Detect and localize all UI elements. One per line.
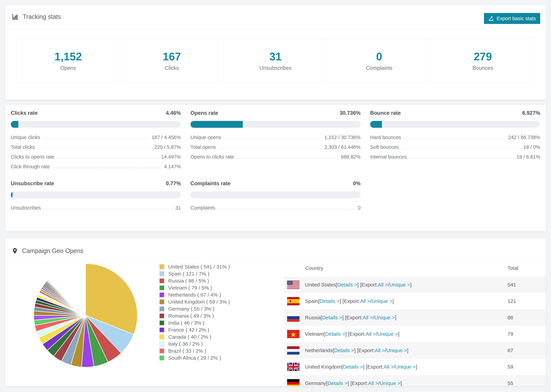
tracking-stats-card: Tracking stats Export basic stats 1,152O… [5, 5, 546, 100]
rate-stat-label: Unsubscribes [11, 205, 41, 211]
legend-item-romania[interactable]: Romania ( 49 / 3% ) [159, 312, 230, 319]
stat-label: Unsubscribes [259, 65, 292, 71]
country-flag-gb-icon [287, 363, 299, 371]
slash-text: / [378, 380, 380, 386]
legend-item-spain[interactable]: Spain ( 121 / 7% ) [159, 270, 230, 277]
export-all-link[interactable]: All > [378, 282, 388, 288]
legend-item-india[interactable]: India ( 46 / 3% ) [159, 319, 230, 326]
rate-stat-value: 242 / 86.738% [508, 135, 540, 140]
details-link[interactable]: Details > [327, 380, 348, 386]
export-all-link[interactable]: All > [375, 348, 385, 353]
bracket-text: ] [Export: [354, 348, 375, 353]
rate-stat-label: Total clicks [11, 144, 35, 150]
rate-stat-row: Hard bounces242 / 86.738% [370, 131, 540, 140]
bracket-text: ] [395, 315, 396, 321]
dotted-leader [218, 209, 355, 209]
legend-swatch [159, 299, 164, 304]
campaign-geo-opens-card: Campaign Geo Opens United States ( 541 /… [5, 238, 546, 386]
rate-title: Unsubscribe rate [11, 181, 54, 187]
geo-row-total: 59 [508, 359, 513, 375]
export-all-link[interactable]: All > [383, 364, 394, 370]
slash-text: / [370, 298, 372, 304]
export-all-link[interactable]: All > [366, 331, 376, 337]
legend-swatch [159, 341, 164, 347]
country-name: United Kingdom [305, 364, 341, 370]
bar-chart-icon [11, 13, 19, 21]
export-unique-link[interactable]: Unique > [377, 331, 398, 337]
legend-item-south-africa[interactable]: South Africa ( 29 / 2% ) [159, 354, 230, 361]
slash-text: / [373, 315, 374, 321]
dotted-leader [224, 139, 322, 139]
legend-label: Germany ( 55 / 3% ) [168, 306, 214, 312]
rate-stat-label: Clicks to opens rate [11, 154, 54, 160]
legend-item-russia[interactable]: Russia ( 86 / 5% ) [159, 277, 230, 284]
rate-stat-label: Unique clicks [11, 135, 40, 140]
geo-row-total: 67 [508, 342, 513, 359]
export-unique-link[interactable]: Unique > [374, 315, 395, 321]
legend-label: Vietnam ( 79 / 5% ) [168, 285, 212, 291]
export-basic-stats-button[interactable]: Export basic stats [484, 13, 540, 24]
legend-swatch [159, 264, 164, 269]
geo-table-row: Russia [Details >] [Export: All > / Uniq… [284, 309, 546, 326]
legend-item-italy[interactable]: Italy ( 36 / 2% ) [159, 340, 230, 347]
details-link[interactable]: Details > [322, 315, 342, 321]
export-all-link[interactable]: All > [363, 315, 373, 321]
export-unique-link[interactable]: Unique > [395, 364, 416, 370]
rate-value: 0.77% [166, 181, 181, 187]
legend-swatch [159, 327, 164, 332]
stat-cell-bounces: 279Bounces [431, 39, 535, 82]
country-flag-vn-icon [287, 330, 299, 338]
legend-item-canada[interactable]: Canada ( 40 / 2% ) [159, 333, 230, 340]
geo-table-row: Netherlands [Details >] [Export: All > /… [284, 342, 546, 359]
export-unique-link[interactable]: Unique > [372, 298, 392, 304]
details-link[interactable]: Details > [325, 331, 345, 337]
bracket-text: [ [318, 298, 319, 304]
geo-row-country: Vietnam [Details >] [Export: All > / Uni… [305, 326, 399, 342]
legend-item-france[interactable]: France ( 42 / 2% ) [159, 326, 230, 333]
stat-value: 1,152 [54, 50, 82, 63]
legend-item-germany[interactable]: Germany ( 55 / 3% ) [159, 305, 230, 312]
rate-title-row: Bounce rate6.927% [370, 110, 540, 116]
export-unique-link[interactable]: Unique > [380, 380, 400, 386]
rate-stat-row: Click through rate4.147% [11, 160, 181, 170]
slash-text: / [376, 331, 377, 337]
export-unique-link[interactable]: Unique > [386, 348, 407, 353]
details-link[interactable]: Details > [343, 364, 363, 370]
bracket-text: ] [Export: [347, 380, 368, 386]
rates-grid: Clicks rate4.46%Unique clicks167 / 4.456… [5, 105, 546, 216]
legend-item-netherlands[interactable]: Netherlands ( 67 / 4% ) [159, 291, 230, 298]
rate-stat-label: Soft bounces [370, 144, 399, 150]
stat-label: Opens [60, 65, 76, 71]
export-unique-link[interactable]: Unique > [389, 282, 410, 288]
legend-item-united-states[interactable]: United States ( 541 / 31% ) [159, 263, 230, 270]
dotted-leader [37, 148, 152, 149]
rate-stat-row: Unsubscribes31 [11, 201, 181, 211]
legend-item-brazil[interactable]: Brazil ( 33 / 2% ) [159, 347, 230, 354]
country-name: Spain [305, 298, 318, 304]
legend-swatch [159, 285, 164, 290]
rate-progress-track [370, 121, 540, 128]
legend-item-vietnam[interactable]: Vietnam ( 79 / 5% ) [159, 284, 230, 291]
rate-title-row: Complaints rate0% [191, 181, 360, 187]
stat-cell-clicks: 167Clicks [120, 39, 224, 82]
geo-row-country: United Kingdom [Details >] [Export: All … [305, 359, 417, 375]
details-link[interactable]: Details > [337, 282, 357, 288]
legend-label: United Kingdom ( 59 / 3% ) [168, 299, 230, 305]
column-header-total: Total [508, 265, 518, 271]
stat-label: Bounces [473, 65, 493, 71]
pie-legend: United States ( 541 / 31% )Spain ( 121 /… [159, 263, 230, 361]
rate-title: Opens rate [191, 110, 218, 116]
geo-opens-pie-chart [31, 261, 140, 370]
rate-stat-value: 2,303 / 61.446% [325, 144, 360, 150]
rate-stat-value: 4.147% [164, 164, 181, 170]
rate-stat-row: Clicks to opens rate14.497% [11, 150, 181, 160]
details-link[interactable]: Details > [334, 348, 354, 353]
dotted-leader [43, 209, 173, 209]
export-all-link[interactable]: All > [360, 298, 370, 304]
geo-table-row: United States [Details >] [Export: All >… [284, 277, 546, 293]
export-all-link[interactable]: All > [368, 380, 378, 386]
legend-item-united-kingdom[interactable]: United Kingdom ( 59 / 3% ) [159, 298, 230, 305]
rate-value: 0% [353, 181, 360, 187]
bracket-text: ] [400, 380, 402, 386]
details-link[interactable]: Details > [319, 298, 340, 304]
